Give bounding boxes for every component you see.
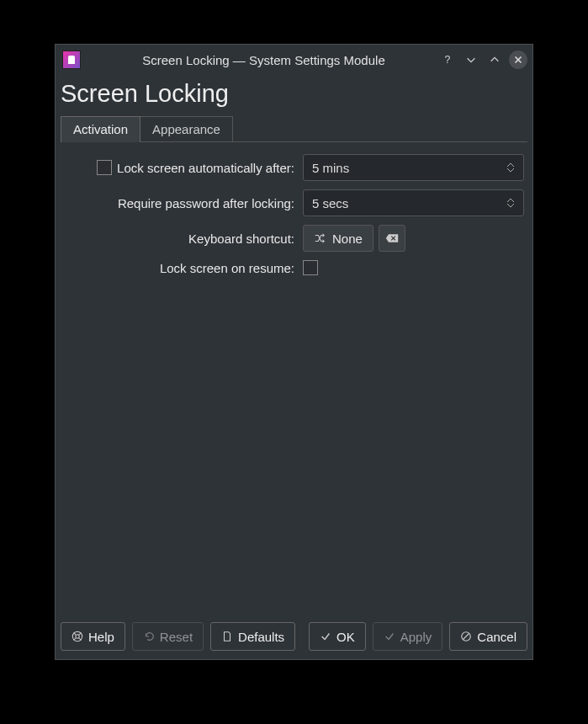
lock-auto-label: Lock screen automatically after:: [117, 161, 294, 175]
lock-auto-checkbox[interactable]: [97, 160, 112, 175]
row-require-password: Require password after locking: 5 secs: [64, 189, 524, 216]
close-icon[interactable]: [509, 51, 527, 69]
row-keyboard-shortcut: Keyboard shortcut: None: [64, 225, 524, 252]
svg-point-2: [76, 635, 79, 638]
lifebuoy-icon: [72, 631, 83, 642]
content-area: Screen Locking Activation Appearance Loc…: [56, 75, 532, 615]
tab-activation[interactable]: Activation: [61, 116, 140, 142]
defaults-button[interactable]: Defaults: [210, 622, 295, 651]
spinbox-arrows-icon[interactable]: [506, 157, 518, 178]
backspace-icon: [385, 233, 399, 243]
maximize-icon[interactable]: [485, 51, 504, 69]
undo-icon: [143, 631, 155, 642]
document-icon: [221, 631, 233, 642]
titlebar: Screen Locking — System Settings Module …: [56, 45, 532, 75]
lock-auto-value: 5 mins: [312, 161, 349, 175]
page-title: Screen Locking: [61, 75, 527, 116]
apply-button[interactable]: Apply: [373, 622, 443, 651]
lock-auto-spinbox[interactable]: 5 mins: [303, 154, 524, 181]
help-icon[interactable]: ?: [438, 51, 457, 69]
settings-window: Screen Locking — System Settings Module …: [55, 44, 533, 660]
keyboard-shortcut-button[interactable]: None: [303, 225, 373, 252]
shuffle-icon: [314, 232, 326, 244]
button-bar: Help Reset Defaults OK Apply Cancel: [56, 615, 532, 659]
require-password-label: Require password after locking:: [118, 196, 294, 210]
svg-text:?: ?: [445, 54, 451, 66]
ok-button[interactable]: OK: [309, 622, 366, 651]
tab-bar: Activation Appearance: [61, 116, 527, 142]
cancel-icon: [460, 631, 472, 642]
keyboard-shortcut-value: None: [332, 232, 363, 246]
clear-shortcut-button[interactable]: [379, 225, 405, 252]
help-button[interactable]: Help: [61, 622, 125, 651]
form-area: Lock screen automatically after: 5 mins …: [61, 142, 527, 615]
check-icon: [320, 631, 331, 642]
require-password-value: 5 secs: [312, 196, 348, 210]
reset-button[interactable]: Reset: [132, 622, 204, 651]
app-icon: [62, 51, 81, 69]
minimize-icon[interactable]: [462, 51, 480, 69]
check-icon: [384, 631, 395, 642]
cancel-button[interactable]: Cancel: [449, 622, 527, 651]
row-lock-auto: Lock screen automatically after: 5 mins: [64, 154, 524, 181]
spinbox-arrows-icon[interactable]: [506, 192, 518, 214]
require-password-spinbox[interactable]: 5 secs: [303, 189, 524, 216]
lock-on-resume-checkbox[interactable]: [303, 260, 318, 275]
row-lock-on-resume: Lock screen on resume:: [64, 260, 524, 275]
lock-on-resume-label: Lock screen on resume:: [160, 261, 294, 275]
window-title: Screen Locking — System Settings Module: [94, 53, 433, 67]
tab-appearance[interactable]: Appearance: [140, 116, 233, 141]
keyboard-shortcut-label: Keyboard shortcut:: [188, 232, 294, 246]
